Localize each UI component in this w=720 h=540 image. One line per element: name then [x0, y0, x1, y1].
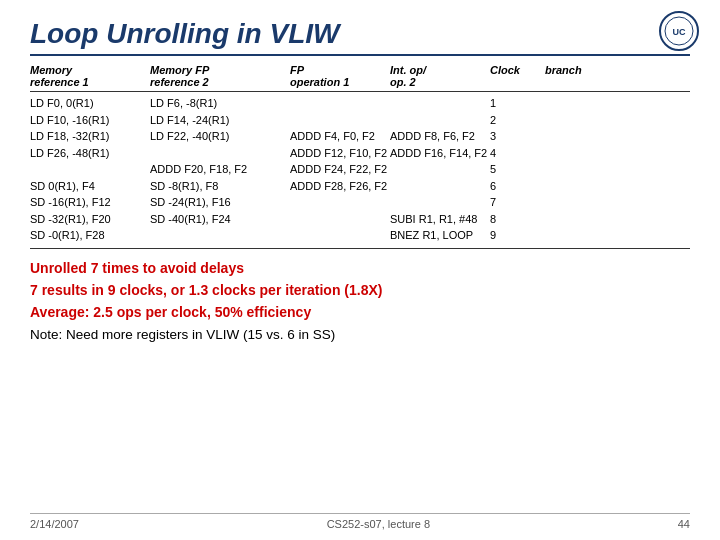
cell: SD -0(R1), F28 [30, 227, 150, 244]
table-row: LD F26, -48(R1) ADDD F12, F10, F2 ADDD F… [30, 145, 690, 162]
cell: BNEZ R1, LOOP [390, 227, 490, 244]
cell: SD -24(R1), F16 [150, 194, 290, 211]
cell: 7 [490, 194, 545, 211]
cell: LD F14, -24(R1) [150, 112, 290, 129]
cell [390, 194, 490, 211]
header-fp: FPoperation 1 [290, 64, 390, 88]
cell: ADDD F16, F14, F2 [390, 145, 490, 162]
slide-title: Loop Unrolling in VLIW [30, 18, 690, 56]
slide-footer: 2/14/2007 CS252-s07, lecture 8 44 [30, 513, 690, 530]
cell: LD F0, 0(R1) [30, 95, 150, 112]
cell: LD F22, -40(R1) [150, 128, 290, 145]
cell [390, 161, 490, 178]
cell: ADDD F4, F0, F2 [290, 128, 390, 145]
cell: ADDD F24, F22, F2 [290, 161, 390, 178]
cell [545, 161, 600, 178]
cell [545, 227, 600, 244]
cell [150, 145, 290, 162]
svg-text:UC: UC [673, 27, 686, 37]
cell: LD F10, -16(R1) [30, 112, 150, 129]
highlights-section: Unrolled 7 times to avoid delays 7 resul… [30, 257, 690, 346]
cell: 4 [490, 145, 545, 162]
table-row: LD F18, -32(R1) LD F22, -40(R1) ADDD F4,… [30, 128, 690, 145]
table-row: SD -0(R1), F28 BNEZ R1, LOOP 9 [30, 227, 690, 244]
highlight-line-3: Average: 2.5 ops per clock, 50% efficien… [30, 301, 690, 323]
table-header: Memoryreference 1 Memory FPreference 2 F… [30, 64, 690, 92]
table-row: LD F10, -16(R1) LD F14, -24(R1) 2 [30, 112, 690, 129]
header-mem1: Memoryreference 1 [30, 64, 150, 88]
cell [545, 194, 600, 211]
cell [150, 227, 290, 244]
cell [545, 128, 600, 145]
cell: ADDD F28, F26, F2 [290, 178, 390, 195]
cell: SD -8(R1), F8 [150, 178, 290, 195]
cell [290, 95, 390, 112]
cell: ADDD F8, F6, F2 [390, 128, 490, 145]
table-row: SD -16(R1), F12 SD -24(R1), F16 7 [30, 194, 690, 211]
cell: 6 [490, 178, 545, 195]
cell [545, 178, 600, 195]
highlight-line-4: Note: Need more registers in VLIW (15 vs… [30, 324, 690, 346]
cell [390, 112, 490, 129]
header-intop: Int. op/op. 2 [390, 64, 490, 88]
highlight-line-1: Unrolled 7 times to avoid delays [30, 257, 690, 279]
cell [545, 95, 600, 112]
cell [545, 211, 600, 228]
cell: 5 [490, 161, 545, 178]
cell: 2 [490, 112, 545, 129]
cell [390, 178, 490, 195]
cell: ADDD F20, F18, F2 [150, 161, 290, 178]
cell: LD F6, -8(R1) [150, 95, 290, 112]
slide: UC Loop Unrolling in VLIW Memoryreferenc… [0, 0, 720, 540]
header-mem2: Memory FPreference 2 [150, 64, 290, 88]
cell [290, 194, 390, 211]
cell: SUBI R1, R1, #48 [390, 211, 490, 228]
cell [30, 161, 150, 178]
cell: SD -16(R1), F12 [30, 194, 150, 211]
cell [545, 112, 600, 129]
table-row: SD 0(R1), F4 SD -8(R1), F8 ADDD F28, F26… [30, 178, 690, 195]
cell [290, 211, 390, 228]
highlight-line-2: 7 results in 9 clocks, or 1.3 clocks per… [30, 279, 690, 301]
cell: 8 [490, 211, 545, 228]
cell [390, 95, 490, 112]
table-row: SD -32(R1), F20 SD -40(R1), F24 SUBI R1,… [30, 211, 690, 228]
table-row: ADDD F20, F18, F2 ADDD F24, F22, F2 5 [30, 161, 690, 178]
university-logo: UC [658, 10, 700, 52]
cell: SD 0(R1), F4 [30, 178, 150, 195]
data-rows: LD F0, 0(R1) LD F6, -8(R1) 1 LD F10, -16… [30, 95, 690, 249]
table-row: LD F0, 0(R1) LD F6, -8(R1) 1 [30, 95, 690, 112]
cell: LD F26, -48(R1) [30, 145, 150, 162]
footer-course: CS252-s07, lecture 8 [327, 518, 430, 530]
header-clock: Clock [490, 64, 545, 88]
cell: SD -32(R1), F20 [30, 211, 150, 228]
header-branch: branch [545, 64, 600, 88]
cell: 3 [490, 128, 545, 145]
cell: 9 [490, 227, 545, 244]
content-area: Memoryreference 1 Memory FPreference 2 F… [30, 64, 690, 345]
cell: 1 [490, 95, 545, 112]
cell: LD F18, -32(R1) [30, 128, 150, 145]
cell [290, 112, 390, 129]
cell: ADDD F12, F10, F2 [290, 145, 390, 162]
footer-date: 2/14/2007 [30, 518, 79, 530]
cell: SD -40(R1), F24 [150, 211, 290, 228]
footer-page: 44 [678, 518, 690, 530]
cell [545, 145, 600, 162]
cell [290, 227, 390, 244]
